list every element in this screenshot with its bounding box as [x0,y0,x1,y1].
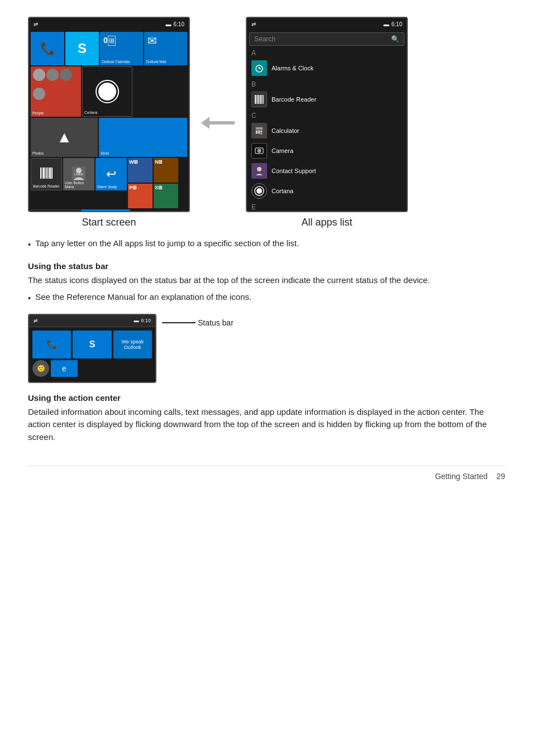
svg-rect-30 [260,131,262,132]
apps-status-bar: ⇌ ▬ 6:10 [247,18,407,30]
status-bar-right: ▬ 6:10 [166,21,184,27]
action-center-body: Detailed information about incoming call… [28,406,505,444]
apps-list-label: All apps list [301,217,352,228]
warm-swap-label: Warm Swap [97,185,117,189]
start-screen-label: Start screen [82,217,136,228]
cortana-inner-circle [98,83,116,101]
people-label: People [32,111,44,115]
apps-signal-icon: ⇌ [251,21,256,27]
mini-tile-s: S [73,331,111,358]
bullet-text-1: Tap any letter on the All apps list to j… [35,237,299,251]
tile-word[interactable]: W⊞ [128,158,153,183]
app-item-contact-support[interactable]: Contact Support [247,161,407,181]
status-bar-line-graphic [162,322,196,323]
signal-icon: ⇌ [34,21,38,27]
tile-outlook-calendar[interactable]: 0⊞ Outlook Calendar [100,32,143,65]
user-button-label: User Button Mana [65,181,93,189]
outlook-mail-icon: ✉ [147,34,157,47]
mini-status-right: ▬ 6:10 [134,318,151,323]
footer-page-number: 29 [496,472,505,481]
app-item-camera[interactable]: Camera [247,141,407,161]
battery-status-icon: ▬ [166,21,172,27]
photos-label: Photos [32,151,44,155]
apps-list-content: A Alarms & Clock B Barcode Reader [247,48,407,212]
cortana-label: Cortana [84,111,97,114]
bullet-item-1: • Tap any letter on the All apps list to… [28,237,505,251]
all-apps-screen: ⇌ ▬ 6:10 Search 🔍 A [246,17,408,212]
tile-excel-small[interactable]: X⊞ [154,184,178,208]
tile-warm-swap[interactable]: ↩ Warm Swap [96,158,127,190]
tiles-row-5: Camera 🗺 Maps [31,209,187,212]
mini-phone-diagram: ⇌ ▬ 6:10 📞 S We speakOutlook 🙂 e [28,314,156,383]
tile-photos[interactable]: ▲ Photos [31,118,98,157]
tile-phone[interactable]: 📞 [31,32,64,65]
contact-support-icon [251,163,267,179]
search-placeholder-text: Search [254,35,275,43]
barcode-reader-icon [251,92,267,107]
mini-time: 6:10 [141,318,151,323]
tile-powerpoint[interactable]: P⊞ [128,184,153,208]
action-center-heading: Using the action center [28,393,505,403]
small-tiles-row1: W⊞ N⊞ [128,158,187,183]
tile-user-button[interactable]: USER User Button Mana [63,158,94,190]
app-item-calculator[interactable]: Calculator [247,121,407,141]
svg-rect-0 [40,168,41,179]
contact-support-label: Contact Support [272,168,316,174]
excel-small-icon: X⊞ [155,185,163,190]
start-screen: ⇌ ▬ 6:10 📞 S [28,17,190,212]
svg-rect-4 [46,168,47,179]
svg-marker-15 [201,117,235,128]
small-tiles-group: W⊞ N⊞ P⊞ X⊞ [128,158,187,208]
app-item-barcode[interactable]: Barcode Reader [247,89,407,109]
tiles-row-1: 📞 S 0⊞ Outlook Calendar ✉ [31,32,187,65]
user-button-icon: USER [71,166,87,183]
apps-search-bar[interactable]: Search 🔍 [249,32,404,46]
outlook-calendar-label: Outlook Calendar [102,60,130,64]
cortana-circle [96,80,119,103]
svg-rect-6 [49,168,51,179]
svg-point-36 [259,150,260,152]
svg-rect-1 [42,168,42,179]
start-screen-tiles: 📞 S 0⊞ Outlook Calendar ✉ [29,30,189,212]
mini-screen-content: 📞 S We speakOutlook 🙂 e [29,327,155,382]
status-bar-bullet-text: See the Reference Manual for an explanat… [35,291,251,305]
onenote-icon: N⊞ [155,159,163,165]
tile-skype[interactable]: S [65,32,99,65]
svg-rect-2 [43,168,45,179]
tile-people[interactable]: People [31,66,81,117]
status-bar-line: Status bar [162,318,234,327]
tile-barcode-reader[interactable]: Barcode Reader [31,158,62,190]
status-bar-left: ⇌ [34,21,38,27]
alarms-clock-label: Alarms & Clock [272,65,313,71]
svg-rect-20 [256,95,257,104]
camera-app-label: Camera [272,147,293,154]
svg-rect-21 [258,95,259,104]
tile-store[interactable]: Store [99,118,187,157]
svg-rect-24 [262,95,263,104]
section-letter-e: E [247,202,407,212]
tile-onenote[interactable]: N⊞ [154,158,178,183]
calculator-icon [251,123,267,138]
svg-rect-25 [263,95,264,104]
svg-rect-3 [45,168,46,179]
word-icon: W⊞ [129,159,139,165]
app-item-cortana[interactable]: Cortana [247,181,407,201]
cortana-app-label: Cortana [272,188,293,194]
tile-camera[interactable]: Camera [31,209,80,212]
svg-point-37 [257,167,261,171]
section-letter-b: B [247,79,407,89]
svg-point-39 [256,188,262,194]
status-bar-diagram: ⇌ ▬ 6:10 📞 S We speakOutlook 🙂 e [28,314,505,383]
svg-rect-29 [258,131,260,132]
svg-rect-7 [51,168,53,179]
mini-tile-outlook: We speakOutlook [113,331,152,358]
bullet-dot-1: • [28,238,31,251]
apps-status-right: ▬ 6:10 [384,21,402,27]
mini-signal-icon: ⇌ [34,318,38,323]
tile-maps[interactable]: 🗺 Maps [81,209,130,212]
tile-outlook-mail[interactable]: ✉ Outlook Mail [144,32,187,65]
status-bar-bullet-dot: • [28,292,31,305]
start-status-bar: ⇌ ▬ 6:10 [29,18,189,30]
app-item-alarms[interactable]: Alarms & Clock [247,58,407,78]
tile-cortana[interactable]: Cortana [82,66,132,117]
